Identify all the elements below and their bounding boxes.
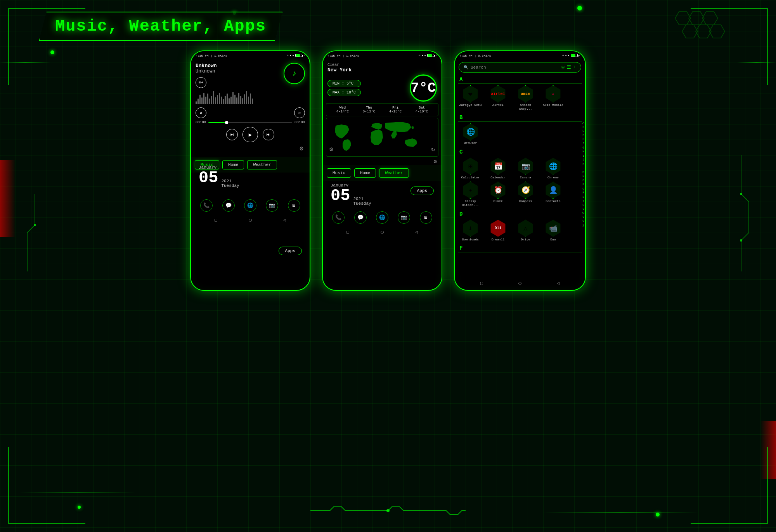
apps-list: A ❤️ Aarogya Setu airtel Airtel amzn	[455, 75, 585, 253]
app-axis[interactable]: ▲ Axis Mobile	[540, 85, 566, 111]
alpha-g[interactable]: G	[582, 146, 584, 150]
alpha-i[interactable]: I	[582, 154, 584, 158]
add-apps-icon[interactable]: +	[573, 65, 576, 70]
alpha-z[interactable]: Z	[582, 224, 584, 228]
alpha-r[interactable]: R	[582, 191, 584, 195]
add-queue-button[interactable]: ≡+	[196, 77, 206, 88]
dock-message-2[interactable]: 💬	[354, 211, 367, 224]
nav-circle-2[interactable]: ◯	[381, 229, 383, 235]
svg-marker-1	[689, 12, 704, 25]
apps-button-1[interactable]: Apps	[279, 247, 302, 255]
dock-whatsapp-1[interactable]: ⊞	[288, 199, 300, 212]
nav-square-2[interactable]: ▢	[346, 229, 349, 235]
app-camera[interactable]: 📷 Camera	[513, 158, 538, 180]
search-input[interactable]: Search	[471, 65, 559, 70]
app-chrome[interactable]: 🌐 Chrome	[540, 158, 566, 180]
app-browser[interactable]: 🌐 Browser	[458, 123, 483, 145]
forecast-temp-sat: 4-10°C	[416, 110, 428, 114]
circuit-line	[737, 62, 776, 63]
dock-camera-1[interactable]: 📷	[266, 199, 278, 212]
grid-view-icon[interactable]: ⊞	[562, 64, 565, 70]
alpha-f[interactable]: F	[582, 142, 584, 145]
alpha-q[interactable]: Q	[582, 187, 584, 191]
forecast-temp-fri: 4-15°C	[389, 110, 402, 114]
app-classy[interactable]: ◈ Classy Hitech...	[458, 181, 483, 207]
apps-button-2[interactable]: Apps	[411, 187, 434, 195]
weather-settings-icon[interactable]: ⚙	[434, 159, 437, 165]
alpha-l[interactable]: L	[582, 166, 584, 170]
app-calendar[interactable]: 📅 Calendar	[485, 158, 511, 180]
svg-point-7	[34, 224, 36, 226]
alpha-v[interactable]: V	[582, 207, 584, 211]
tab-music-2[interactable]: Music	[327, 168, 351, 178]
wave-bar	[229, 98, 230, 104]
nav-circle-3[interactable]: ◯	[518, 280, 521, 286]
dock-browser-2[interactable]: 🌐	[376, 211, 388, 224]
nav-back-1[interactable]: ◁	[283, 217, 286, 223]
nav-back-3[interactable]: ◁	[557, 280, 559, 286]
weekday-2: Tuesday	[353, 201, 371, 206]
dock-phone-1[interactable]: 📞	[200, 199, 213, 212]
progress-bar[interactable]: 00:00 00:00	[196, 121, 305, 124]
list-view-icon[interactable]: ☰	[567, 64, 571, 70]
dock-browser-1[interactable]: 🌐	[244, 199, 256, 212]
tab-weather-2[interactable]: Weather	[379, 168, 409, 178]
nav-circle-1[interactable]: ◯	[249, 217, 251, 223]
dock-whatsapp-2[interactable]: ⊞	[420, 211, 432, 224]
app-drive[interactable]: △ Drive	[513, 220, 538, 242]
whatsapp-icon: ⊞	[293, 202, 296, 209]
alpha-h[interactable]: H	[582, 150, 584, 154]
alpha-x[interactable]: X	[582, 216, 584, 219]
prev-button[interactable]: ⏮	[226, 129, 238, 140]
app-dream11[interactable]: D11 Dream11	[485, 220, 511, 242]
settings-icon[interactable]: ⚙	[300, 145, 303, 152]
alpha-p[interactable]: P	[582, 183, 584, 187]
alpha-j[interactable]: J	[582, 158, 584, 162]
status-icon-signal: ▲	[289, 54, 291, 57]
nav-back-2[interactable]: ◁	[415, 229, 418, 235]
app-label-dream11: Dream11	[492, 238, 505, 242]
alpha-e[interactable]: E	[582, 137, 584, 141]
app-label-downloads: Downloads	[462, 238, 479, 242]
dock-message-1[interactable]: 💬	[222, 199, 235, 212]
alpha-a[interactable]: A	[582, 121, 584, 125]
alpha-w[interactable]: W	[582, 211, 584, 215]
search-bar[interactable]: 🔍 Search ⊞ ☰ +	[459, 62, 581, 73]
app-downloads[interactable]: ⬇ Downloads	[458, 220, 483, 242]
app-calculator[interactable]: ⊞ Calculator	[458, 158, 483, 180]
app-duo[interactable]: 📹 Duo	[540, 220, 566, 242]
tab-weather-1[interactable]: Weather	[247, 160, 277, 169]
alpha-d[interactable]: D	[582, 133, 584, 137]
alpha-o[interactable]: O	[582, 178, 584, 182]
nav-square-1[interactable]: ▢	[215, 217, 217, 223]
map-settings-icon[interactable]: ⚙	[329, 145, 333, 153]
weather-settings: ⚙	[323, 158, 442, 165]
app-clock[interactable]: ⏰ Clock	[485, 181, 511, 207]
dock-camera-2[interactable]: 📷	[398, 211, 410, 224]
alpha-s[interactable]: S	[582, 195, 584, 199]
refresh-icon[interactable]: ↻	[431, 145, 435, 153]
alpha-b[interactable]: B	[582, 125, 584, 129]
phone-nav-2: ▢ ◯ ◁	[323, 227, 442, 237]
alpha-u[interactable]: U	[582, 203, 584, 207]
alpha-c[interactable]: C	[582, 129, 584, 133]
repeat-button[interactable]: ↺	[294, 107, 305, 118]
app-contacts[interactable]: 👤 Contacts	[540, 181, 566, 207]
nav-square-3[interactable]: ▢	[480, 280, 483, 286]
play-button[interactable]: ▶	[242, 127, 258, 142]
app-airtel[interactable]: airtel Airtel	[485, 85, 511, 111]
app-amazon[interactable]: amzn Amazon Shop...	[513, 85, 538, 111]
dock-phone-2[interactable]: 📞	[332, 211, 345, 224]
alpha-t[interactable]: T	[582, 199, 584, 203]
alpha-m[interactable]: M	[582, 170, 584, 174]
alpha-n[interactable]: N	[582, 174, 584, 178]
progress-track[interactable]	[208, 122, 292, 123]
alpha-y[interactable]: Y	[582, 219, 584, 223]
progress-fill	[208, 122, 225, 123]
shuffle-button[interactable]: ⇄	[196, 107, 206, 118]
next-button[interactable]: ⏭	[263, 129, 274, 140]
app-compass[interactable]: 🧭 Compass	[513, 181, 538, 207]
app-aarogya[interactable]: ❤️ Aarogya Setu	[458, 85, 483, 111]
alpha-k[interactable]: K	[582, 162, 584, 166]
tab-home-2[interactable]: Home	[354, 168, 376, 178]
